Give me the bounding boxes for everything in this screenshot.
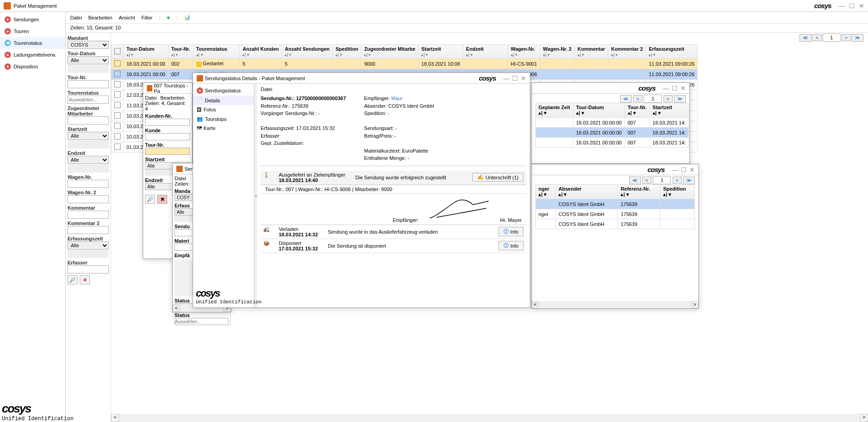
pager-page[interactable] [823,34,841,42]
pager-next[interactable]: > [842,34,851,41]
col-header[interactable]: Anzahl Kunden▴| ▾ [240,45,282,59]
add-button[interactable]: + [166,14,170,21]
recipient-link[interactable]: Maur [391,96,402,101]
close-button[interactable]: ✕ [680,85,686,92]
minimize-button[interactable]: — [672,166,678,173]
col-header[interactable]: Startzeit▴| ▾ [650,103,689,118]
checkbox[interactable] [114,123,121,129]
col-header[interactable]: Tour-Datum▴| ▾ [124,45,169,59]
checkbox[interactable] [114,133,121,139]
scroll-left-icon[interactable]: < [173,305,180,312]
filter-status2[interactable] [175,318,228,325]
filter-kom1[interactable] [68,211,109,219]
pager-page[interactable] [644,95,662,103]
pager-prev[interactable]: < [812,34,821,41]
filter-tournr[interactable] [145,148,190,155]
close-button[interactable]: ✕ [689,166,695,173]
col-header[interactable]: Tourenstatus▴| ▾ [193,45,240,59]
scroll-left-icon[interactable]: < [532,301,539,308]
col-header[interactable]: Anzahl Sendungen▴| ▾ [282,45,333,59]
checkbox[interactable] [114,60,121,67]
filter-tourdatum[interactable]: Alle [68,56,109,64]
table-row[interactable]: 18.03.2021 00:00:0000718.03.2021 14: [536,138,689,148]
filter-tourenstatus[interactable] [68,96,109,104]
filter-mitarbeiter[interactable] [68,116,109,125]
pager-first[interactable]: ≪ [800,34,811,42]
col-header[interactable]: Tour-Nr.▴| ▾ [625,103,650,118]
table-row[interactable]: ngerCOSYS Ident GmbH175639 [536,209,695,219]
menu-bearbeiten[interactable]: Bearbeiten [88,15,112,20]
table-row[interactable]: 18.03.2021 00:00:0000718.03.2021 14: [536,118,689,128]
nav-tourstops[interactable]: 👥Tourstops [193,114,254,124]
filter-tournr[interactable] [68,80,109,88]
col-header[interactable]: Absender▴| ▾ [556,185,618,199]
clear-icon[interactable]: ✖ [157,195,167,204]
col-header[interactable]: Referenz-Nr.▴| ▾ [618,185,660,199]
filter-endzeit[interactable]: Alle [68,156,109,164]
sidebar-item-disposition[interactable]: +Disposition [0,61,65,72]
maximize-button[interactable]: ☐ [512,75,518,82]
col-header[interactable]: Spedition▴| ▾ [660,185,695,199]
checkbox[interactable] [114,71,121,77]
col-header[interactable]: Startzeit▴| ▾ [418,45,463,59]
col-header[interactable]: Endzeit▴| ▾ [463,45,508,59]
filter-erfassungszeit[interactable]: Alle [68,241,109,249]
pager-next[interactable]: > [673,177,682,184]
menu-filter[interactable]: Filter [141,15,152,20]
pager-page[interactable] [653,176,671,184]
filter-startzeit[interactable]: Alle [68,132,109,140]
col-header[interactable]: Tour-Datum▴| ▾ [573,103,625,118]
checkbox[interactable] [114,48,121,54]
sidebar-item-tourenstatus[interactable]: ☚Tourenstatus [0,37,65,49]
filter-kom2[interactable] [68,226,109,234]
col-header[interactable]: Erfassungszeit▴| ▾ [646,45,698,59]
clear-icon[interactable]: ✖ [80,275,90,284]
minimize-button[interactable]: — [839,2,845,10]
filter-mandant[interactable]: COSYS [68,41,109,49]
col-header[interactable]: Kommentar▴| ▾ [575,45,608,59]
filter-wagen2[interactable] [68,195,109,203]
menu-datei[interactable]: Datei [70,15,82,20]
signature-button[interactable]: ✍Unterschrift (1) [472,173,524,182]
checkbox[interactable] [114,81,121,87]
table-row[interactable]: 18.03.2021 00:00:0000718.03.2021 14: [536,128,689,138]
close-button[interactable]: ✕ [521,75,526,82]
menu-bearbeiten[interactable]: Bearbeiten [160,95,184,101]
scroll-left-icon[interactable]: < [111,414,119,422]
col-header[interactable]: Zugeordneter Mitarbe▴| ▾ [361,45,418,59]
pager-last[interactable]: ≫ [674,95,686,103]
close-button[interactable]: ✕ [859,2,864,10]
pager-last[interactable]: ≫ [852,34,863,42]
checkbox[interactable] [114,144,121,150]
nav-karte[interactable]: 🗺Karte [193,124,254,133]
checkbox[interactable] [114,112,121,119]
filter-kundennr[interactable] [145,119,190,126]
col-header[interactable]: Geplante Zeit▴| ▾ [536,103,573,118]
pager-first[interactable]: ≪ [620,95,632,103]
menu-datei[interactable]: Datei [145,95,157,101]
nav-sendungsstatus[interactable]: +Sendungsstatus [193,86,254,96]
info-button[interactable]: ⓘInfo [499,241,524,250]
table-row[interactable]: 18.03.2021 00:00002Gestartet55900018.03.… [112,59,698,69]
info-button[interactable]: ⓘInfo [499,227,524,236]
col-header[interactable] [112,45,124,59]
menu-datei[interactable]: Datei [261,86,272,92]
maximize-button[interactable]: ☐ [849,2,855,10]
col-header[interactable]: Wagen-Nr. 2▴| ▾ [540,45,574,59]
minimize-button[interactable]: — [503,75,509,82]
nav-details[interactable]: 📄Details [193,96,254,105]
maximize-button[interactable]: ☐ [681,166,687,173]
col-header[interactable]: Spedition▴| ▾ [333,45,361,59]
menu-ansicht[interactable]: Ansicht [119,15,135,20]
col-header[interactable]: Tour-Nr.▴| ▾ [168,45,193,59]
col-header[interactable]: Kommentar 2▴| ▾ [608,45,646,59]
chart-icon[interactable]: 📊 [184,14,190,20]
pager-last[interactable]: ≫ [683,177,695,184]
minimize-button[interactable]: — [663,85,669,92]
menu-datei[interactable]: Datei [175,176,186,181]
table-row[interactable]: COSYS Ident GmbH175639 [536,199,695,209]
filter-wagen1[interactable] [68,180,109,188]
col-header[interactable]: nger▴| ▾ [536,185,556,199]
filter-kunde[interactable] [145,133,190,140]
pager-prev[interactable]: < [642,177,651,184]
